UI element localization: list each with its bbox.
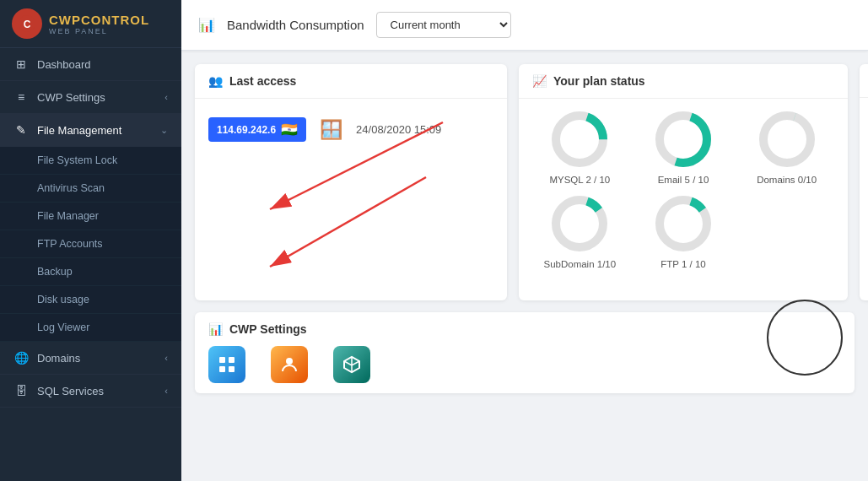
last-access-icon: 👥 [208,74,223,88]
submenu-item-log-viewer[interactable]: Log Viewer [0,314,181,342]
cwp-icon-box-2 [333,346,370,383]
donut-chart-email [653,109,714,170]
donut-mysql: MYSQL 2 / 10 [532,109,628,185]
donut-label-mysql: MYSQL 2 / 10 [549,175,610,185]
donut-email: Email 5 / 10 [636,109,731,185]
sidebar-logo: C CWPCONTROL WEB PANEL [0,0,181,48]
plan-status-header: 📈 Your plan status [519,64,848,99]
chevron-icon-cwp: ‹ [164,92,168,102]
server-rows: Ser Mon... Pac defa... Ma web... Ip 1 5.… [860,98,868,203]
plan-status-card: 📈 Your plan status MYSQL 2 / 10 [519,64,848,300]
logo-main-text: CWPCONTROL [49,13,149,27]
sidebar-item-label-domains: Domains [37,352,80,365]
submenu-label-disk-usage: Disk usage [37,294,89,305]
submenu-item-file-manager[interactable]: File Manager [0,203,181,230]
sql-icon: 🗄 [13,384,29,397]
cwp-icon-box-0 [208,346,245,383]
donut-label-domains: Domains 0/10 [757,175,817,185]
ip-address: 114.69.242.6 [217,124,276,136]
sidebar-item-file-management[interactable]: ✎ File Management ⌄ [0,114,181,147]
server-info-header: ℹ Ser... [860,64,868,98]
svg-text:C: C [24,19,31,30]
sidebar-item-label-cwp-settings: CWP Settings [37,91,105,104]
month-select[interactable]: Current month Last month Last 3 months L… [376,12,511,38]
plan-status-title: Your plan status [553,74,645,88]
submenu-label-file-system-lock: File System Lock [37,154,117,166]
last-access-title: Last access [229,74,296,88]
cwp-settings-section: 📊 CWP Settings [195,312,855,393]
submenu-item-ftp-accounts[interactable]: FTP Accounts [0,230,181,258]
os-windows-icon: 🪟 [320,119,342,141]
donut-chart-subdomain [549,193,610,254]
server-info-card: ℹ Ser... Ser Mon... Pac defa... Ma web..… [860,64,868,300]
submenu-label-file-manager: File Manager [37,210,99,222]
submenu-item-file-system-lock[interactable]: File System Lock [0,147,181,175]
submenu-label-ftp-accounts: FTP Accounts [37,238,103,250]
last-access-header: 👥 Last access [195,64,507,99]
top-bar: 📊 Bandwidth Consumption Current month La… [181,0,868,51]
bandwidth-label: Bandwidth Consumption [227,18,364,32]
sidebar-item-dashboard[interactable]: ⊞ Dashboard [0,48,181,81]
last-access-card: 👥 Last access 114.69.242.6 🇮🇳 🪟 24/08/20… [195,64,507,300]
donut-chart-ftp [653,193,714,254]
submenu-item-disk-usage[interactable]: Disk usage [0,286,181,314]
cwp-icon-box-1 [271,346,308,383]
chevron-icon-domains: ‹ [164,353,168,363]
cwp-icons-row [208,346,841,383]
donut-subdomain: SubDomain 1/10 [532,193,628,269]
sidebar-menu: ⊞ Dashboard ≡ CWP Settings ‹ ✎ File Mana… [0,48,181,481]
submenu-label-antivirus-scan: Antivirus Scan [37,182,105,194]
main-wrapper: 📊 Bandwidth Consumption Current month La… [181,0,868,481]
cwp-icon-item-0[interactable] [208,346,245,383]
file-management-submenu: File System Lock Antivirus Scan File Man… [0,147,181,342]
svg-point-19 [286,358,293,365]
svg-rect-16 [229,357,235,363]
svg-rect-18 [229,366,235,372]
donut-grid: MYSQL 2 / 10 Email 5 / 10 [519,99,848,279]
donut-chart-domains [757,109,817,170]
submenu-item-antivirus-scan[interactable]: Antivirus Scan [0,175,181,203]
donut-label-ftp: FTP 1 / 10 [660,259,705,269]
cwp-settings-icon: ≡ [13,90,29,104]
sidebar-item-domains[interactable]: 🌐 Domains ‹ [0,342,181,375]
dashboard-icon: ⊞ [13,57,29,71]
file-management-icon: ✎ [13,123,29,137]
donut-ftp: FTP 1 / 10 [636,193,731,269]
ip-badge[interactable]: 114.69.242.6 🇮🇳 [208,117,306,142]
sidebar: C CWPCONTROL WEB PANEL ⊞ Dashboard ≡ CWP… [0,0,181,481]
sidebar-item-label-sql-services: SQL Services [37,385,104,397]
donut-domains: Domains 0/10 [739,109,834,185]
access-time: 24/08/2020 15:09 [356,123,441,136]
main-content: 📊 Bandwidth Consumption Current month La… [181,0,868,481]
domains-icon: 🌐 [13,351,29,365]
donut-label-email: Email 5 / 10 [658,175,709,185]
cwp-icon-item-2[interactable] [333,346,370,383]
chevron-icon-sql: ‹ [164,386,168,396]
donut-chart-mysql [549,109,610,170]
logo-sub-text: WEB PANEL [49,27,149,35]
svg-point-9 [763,116,811,163]
cwp-settings-title: CWP Settings [229,322,307,336]
svg-rect-17 [219,366,225,372]
plan-status-icon: 📈 [532,74,547,88]
top-row: 👥 Last access 114.69.242.6 🇮🇳 🪟 24/08/20… [195,64,855,300]
sidebar-item-label-dashboard: Dashboard [37,58,91,71]
submenu-item-backup[interactable]: Backup [0,258,181,286]
submenu-label-backup: Backup [37,266,73,278]
donut-label-subdomain: SubDomain 1/10 [543,259,616,269]
sidebar-item-sql-services[interactable]: 🗄 SQL Services ‹ [0,375,181,408]
chevron-icon-file: ⌄ [160,125,168,136]
logo-icon: C [12,8,42,39]
sidebar-item-label-file-management: File Management [37,124,121,137]
svg-rect-15 [219,357,225,363]
content-area: 👥 Last access 114.69.242.6 🇮🇳 🪟 24/08/20… [181,51,868,481]
last-access-body: 114.69.242.6 🇮🇳 🪟 24/08/2020 15:09 [195,99,507,160]
flag-icon: 🇮🇳 [281,122,298,138]
cwp-settings-chart-icon: 📊 [208,322,223,336]
cwp-icon-item-1[interactable] [271,346,308,383]
bandwidth-chart-icon: 📊 [198,17,215,33]
access-row: 114.69.242.6 🇮🇳 🪟 24/08/2020 15:09 [208,111,493,149]
sidebar-item-cwp-settings[interactable]: ≡ CWP Settings ‹ [0,81,181,114]
submenu-label-log-viewer: Log Viewer [37,322,89,333]
cwp-settings-header: 📊 CWP Settings [208,322,841,336]
